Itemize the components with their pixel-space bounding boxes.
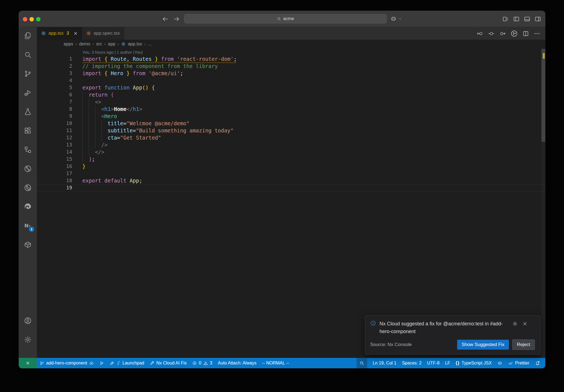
nav-forward-icon[interactable]	[499, 30, 506, 37]
breadcrumb-item[interactable]: ...	[148, 42, 152, 47]
line-number: 1	[37, 55, 72, 62]
activity-search-icon[interactable]	[24, 51, 32, 59]
tab-app-tsx[interactable]: app.tsx 3	[37, 27, 82, 40]
status-bar: add-hero-component Launchpad Nx Cloud AI…	[19, 358, 545, 368]
nav-back-icon[interactable]	[476, 30, 484, 37]
activity-testing-icon[interactable]	[24, 108, 32, 116]
zoom-window-button[interactable]	[36, 17, 40, 21]
toggle-panel-button[interactable]	[524, 15, 531, 23]
activity-edge-devtools-icon[interactable]	[24, 203, 32, 211]
copilot-menu-button[interactable]	[390, 15, 402, 22]
line-number: 10	[37, 120, 72, 127]
remote-icon	[25, 360, 31, 366]
history-forward-icon[interactable]	[173, 15, 180, 23]
line-number: 14	[37, 148, 72, 156]
status-cursor-position[interactable]: Ln 19, Col 1	[370, 358, 399, 368]
code-line-16: 16}	[37, 163, 545, 170]
line-number: 19	[37, 184, 72, 191]
run-target-icon[interactable]	[510, 30, 518, 37]
status-nx-cloud-fix[interactable]: Nx Cloud AI Fix	[147, 358, 189, 368]
status-problems[interactable]: 0 3	[189, 358, 215, 368]
status-commit-graph[interactable]	[97, 358, 107, 368]
code-line-9: 9 <Hero	[37, 113, 545, 120]
title-bar: acme	[19, 11, 545, 27]
git-branch-icon	[40, 361, 44, 366]
notification-close-icon[interactable]	[522, 321, 528, 326]
show-suggested-fix-button[interactable]: Show Suggested Fix	[457, 340, 509, 350]
copilot-icon	[497, 360, 503, 366]
window-controls	[23, 17, 40, 21]
status-auto-attach[interactable]: Auto Attach: Always	[215, 358, 259, 368]
status-zoom-indicator[interactable]	[357, 358, 367, 368]
status-launchpad[interactable]: Launchpad	[107, 358, 147, 368]
code-line-14: 14 </>	[37, 148, 545, 156]
line-number: 3	[37, 70, 72, 77]
status-copilot[interactable]	[494, 358, 505, 368]
double-check-icon	[508, 361, 513, 366]
activity-settings-icon[interactable]	[24, 336, 32, 344]
bell-icon	[535, 360, 540, 366]
remote-indicator[interactable]	[19, 358, 37, 368]
breadcrumb-item[interactable]: app	[108, 42, 115, 47]
line-number: 13	[37, 141, 72, 148]
code-line-7: 7 <>	[37, 98, 545, 105]
zoom-out-icon	[359, 361, 364, 366]
activity-gitlens-inspect-icon[interactable]	[24, 184, 32, 192]
code-line-10: 10 title="Welcmoe @acme/demo"	[37, 120, 545, 127]
breadcrumb-item[interactable]: app.tsx	[128, 42, 142, 47]
notification-toast: Nx Cloud suggested a fix for @acme/demo:…	[365, 315, 541, 355]
activity-source-control-icon[interactable]	[24, 70, 32, 78]
toggle-sidebar-button[interactable]	[513, 15, 520, 23]
status-branch[interactable]: add-hero-component	[37, 358, 97, 368]
vscode-window: acme N›1 app.tsx 3	[19, 11, 545, 368]
status-vim-mode[interactable]: -- NORMAL --	[259, 358, 292, 368]
split-editor-icon[interactable]	[522, 30, 529, 37]
line-number: 18	[37, 177, 72, 184]
code-line-15: 15 );	[37, 156, 545, 163]
code-editor[interactable]: You, 3 hours ago | 1 author (You) 1impor…	[37, 48, 545, 358]
activity-account-icon[interactable]	[24, 317, 32, 325]
editor-scrollbar[interactable]	[541, 48, 545, 358]
rocket-icon	[110, 361, 114, 366]
activity-gitlens-icon[interactable]	[24, 165, 32, 173]
status-prettier[interactable]: Prettier	[505, 358, 532, 368]
publish-changes-icon	[89, 361, 94, 366]
breadcrumb-item[interactable]: apps	[64, 42, 73, 47]
tab-problem-badge: 3	[67, 31, 69, 36]
editor-toolbar	[476, 30, 541, 37]
activity-explorer-icon[interactable]	[24, 32, 32, 40]
tab-app-spec-tsx[interactable]: app.spec.tsx	[82, 27, 124, 40]
breadcrumb-item[interactable]: src	[96, 42, 102, 47]
notification-settings-icon[interactable]	[512, 321, 518, 326]
command-center-search[interactable]: acme	[184, 14, 387, 23]
minimize-window-button[interactable]	[29, 17, 34, 21]
link-icon	[116, 361, 121, 365]
status-indentation[interactable]: Spaces: 2	[399, 358, 424, 368]
code-line-12: 12 cta="Get Started"	[37, 134, 545, 141]
close-tab-icon[interactable]	[73, 31, 78, 36]
reject-button[interactable]: Reject	[512, 339, 535, 350]
more-actions-icon[interactable]	[533, 30, 541, 37]
customize-layout-button[interactable]	[502, 15, 509, 23]
line-number: 17	[37, 170, 72, 177]
status-notifications[interactable]	[532, 358, 543, 368]
history-back-icon[interactable]	[162, 15, 169, 23]
activity-containers-icon[interactable]	[24, 241, 32, 249]
activity-project-structure-icon[interactable]	[24, 146, 32, 154]
toggle-secondary-sidebar-button[interactable]	[534, 15, 541, 23]
react-file-icon	[41, 31, 46, 36]
status-eol[interactable]: LF	[442, 358, 453, 368]
scrollbar-thumb[interactable]	[541, 49, 545, 142]
status-encoding[interactable]: UTF-8	[424, 358, 442, 368]
nav-location-icon[interactable]	[488, 30, 495, 37]
activity-nx-console-icon[interactable]: N›1	[24, 222, 32, 230]
code-line-5: 5export function App() {	[37, 84, 545, 91]
tab-label: app.tsx	[48, 31, 64, 36]
activity-bar: N›1	[19, 27, 37, 358]
activity-extensions-icon[interactable]	[24, 127, 32, 135]
breadcrumb-item[interactable]: demo	[79, 42, 90, 47]
status-language-mode[interactable]: {} TypeScript JSX	[453, 358, 495, 368]
wrench-icon	[150, 361, 154, 366]
activity-run-debug-icon[interactable]	[24, 89, 32, 97]
close-window-button[interactable]	[23, 17, 27, 21]
